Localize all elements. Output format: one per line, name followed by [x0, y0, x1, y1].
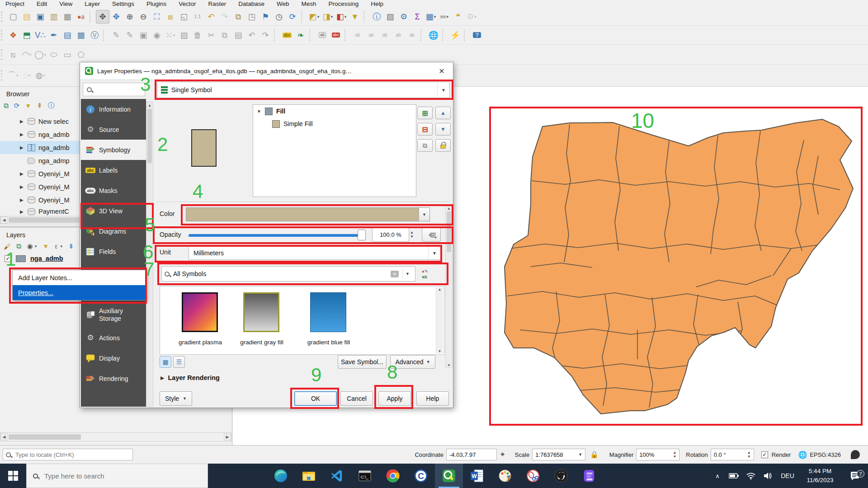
tab-3d-view[interactable]: 3D View	[81, 201, 146, 221]
add-selected-layers-icon[interactable]: ⧉	[4, 102, 9, 110]
new-map-view-icon[interactable]: ⧉	[231, 10, 245, 23]
locate-box[interactable]	[3, 449, 133, 460]
symbols-filter-box[interactable]: All Symbols ✕ ▼	[161, 266, 415, 282]
menu-mesh[interactable]: Mesh	[302, 0, 316, 7]
scroll-up-icon[interactable]: ▲	[436, 287, 443, 291]
python-console-icon[interactable]: ⚡	[448, 28, 462, 42]
zoom-next-icon[interactable]: ↷	[218, 10, 231, 23]
options-icon[interactable]: ⚙▾	[465, 10, 478, 23]
menu-help[interactable]: Help	[371, 0, 383, 7]
rotation-box[interactable]: 0.0 °▲▼	[711, 449, 754, 460]
paste-features-icon[interactable]: ▤	[231, 28, 245, 42]
filter-features-icon[interactable]: ▼	[348, 10, 362, 23]
refresh-icon[interactable]: ⟳	[286, 10, 299, 23]
new-geopackage-layer-icon[interactable]: ⬒	[20, 28, 33, 42]
zoom-full-icon[interactable]: ⛶	[150, 10, 164, 23]
coordinate-box[interactable]: -4.03,7.97	[446, 449, 497, 460]
curve-tool-icon[interactable]: ⌒▾	[6, 69, 20, 82]
opacity-value-box[interactable]: 100.0 %	[372, 228, 409, 242]
manage-map-themes-icon[interactable]: ◉	[27, 242, 33, 250]
menu-layer[interactable]: Layer	[85, 0, 100, 7]
start-button[interactable]	[0, 464, 26, 488]
move-feature-icon[interactable]: ⧅	[6, 48, 20, 61]
save-symbol-button[interactable]: Save Symbol...	[338, 355, 387, 369]
circle-tool-icon[interactable]: ◯▾	[33, 48, 47, 61]
crs-value[interactable]: EPSG:4326	[810, 451, 841, 458]
opacity-spinner[interactable]: ▲▼	[410, 228, 414, 242]
scroll-up-icon[interactable]: ▲	[446, 206, 452, 211]
spin-down-icon[interactable]: ▼	[410, 235, 414, 239]
taskbar-clipchamp[interactable]	[575, 464, 603, 488]
menu-settings[interactable]: Settings	[112, 0, 134, 7]
taskbar-qgis[interactable]	[435, 464, 463, 488]
gallery-item-gray[interactable]	[243, 292, 279, 332]
dialog-title-bar[interactable]: Layer Properties — nga_admbnda_osgof_eha…	[80, 62, 453, 80]
zoom-in-icon[interactable]: ⊕	[123, 10, 137, 23]
deselect-features-icon[interactable]: ◧▾	[335, 10, 348, 23]
new-print-layout-icon[interactable]: ▥	[47, 10, 61, 23]
annotation-tool-icon[interactable]: ◍▾	[33, 69, 47, 82]
menu-plugins[interactable]: Plugins	[146, 0, 166, 7]
opacity-slider-handle[interactable]	[358, 230, 366, 240]
renderer-combobox[interactable]: Single Symbol ▼	[157, 82, 450, 98]
cut-features-icon[interactable]: ✂	[204, 28, 218, 42]
save-layer-edits-icon[interactable]: ▣	[137, 28, 150, 42]
taskbar-c-app[interactable]: C	[407, 464, 435, 488]
label-toolbar-7-icon[interactable]: ab	[405, 28, 419, 42]
refresh-browser-icon[interactable]: ⟳	[14, 102, 20, 110]
layer-row[interactable]: ✓ nga_admb	[5, 255, 63, 262]
toolbar-grip[interactable]	[1, 49, 5, 60]
icon-view-toggle-button[interactable]: ▦	[160, 356, 171, 368]
spin-up-icon[interactable]: ▲	[673, 451, 676, 455]
spin-up-icon[interactable]: ▲	[410, 231, 414, 235]
open-attribute-table-icon[interactable]: ▦▾	[424, 10, 438, 23]
scroll-thumb[interactable]	[9, 217, 90, 223]
label-toolbar-5-icon[interactable]: ab	[378, 28, 392, 42]
tab-display[interactable]: Display	[81, 348, 146, 368]
toggle-editing-icon[interactable]: ✎	[123, 28, 137, 42]
chevron-down-icon[interactable]: ▼	[402, 269, 412, 279]
pan-map-icon[interactable]: ✥	[96, 10, 109, 23]
messages-icon[interactable]	[851, 450, 860, 459]
taskbar-chrome[interactable]	[379, 464, 407, 488]
unit-combobox[interactable]: Millimeters ▼	[189, 246, 441, 260]
advanced-button[interactable]: Advanced▼	[390, 355, 435, 369]
map-tips-icon[interactable]: ❝	[451, 10, 465, 23]
chevron-down-icon[interactable]: ▼	[419, 208, 429, 221]
remove-symbol-layer-button[interactable]: ⊟	[417, 123, 433, 136]
color-button[interactable]: ▼	[186, 207, 430, 221]
symbol-tree-root-row[interactable]: ▼ Fill	[253, 105, 416, 117]
properties-widget-icon[interactable]: ⓘ	[48, 101, 55, 110]
new-project-icon[interactable]: ▢	[6, 10, 20, 23]
move-down-button[interactable]: ▼	[435, 123, 451, 136]
tab-auxiliary-storage[interactable]: Auxiliary Storage	[81, 302, 146, 328]
scroll-up-icon[interactable]: ▲	[146, 102, 153, 108]
scale-combobox[interactable]: 1:7637658▼	[532, 449, 585, 460]
scroll-right-icon[interactable]: ▶	[224, 433, 231, 441]
spin-up-icon[interactable]: ▲	[747, 451, 751, 455]
gallery-item-blue[interactable]	[310, 292, 346, 332]
open-project-icon[interactable]: ▤	[20, 10, 33, 23]
delete-selected-icon[interactable]: 🗑	[191, 28, 204, 42]
symbol-tree-child-row[interactable]: Simple Fill	[253, 117, 416, 130]
vertex-tool-icon[interactable]: ⁙▾	[164, 28, 177, 42]
layer-labeling-icon[interactable]: abc	[280, 28, 294, 42]
help-contents-icon[interactable]: ?	[470, 28, 484, 42]
tab-information[interactable]: i Information	[81, 99, 146, 119]
layer-rendering-section[interactable]: ▶ Layer Rendering	[160, 374, 220, 381]
save-project-icon[interactable]: ▣	[33, 10, 47, 23]
label-toolbar-3-icon[interactable]: ab	[351, 28, 364, 42]
copy-features-icon[interactable]: ⧉	[218, 28, 231, 42]
render-checkbox[interactable]: ✓	[761, 451, 768, 458]
expand-all-icon[interactable]: ⇟	[68, 242, 74, 250]
polygon-tool-icon[interactable]: ⬠	[74, 48, 88, 61]
redo-icon[interactable]: ↷	[259, 28, 272, 42]
context-menu-add-layer-notes[interactable]: Add Layer Notes...	[13, 270, 146, 285]
caret-down-icon[interactable]: ▼	[257, 109, 261, 114]
style-manager-icon[interactable]: ●a	[74, 10, 88, 23]
notification-center[interactable]: 7	[842, 471, 868, 480]
tab-masks[interactable]: abc Masks	[81, 180, 146, 201]
tab-source[interactable]: ⚙ Source	[81, 119, 146, 140]
menu-web[interactable]: Web	[277, 0, 289, 7]
scroll-thumb[interactable]	[447, 211, 451, 252]
